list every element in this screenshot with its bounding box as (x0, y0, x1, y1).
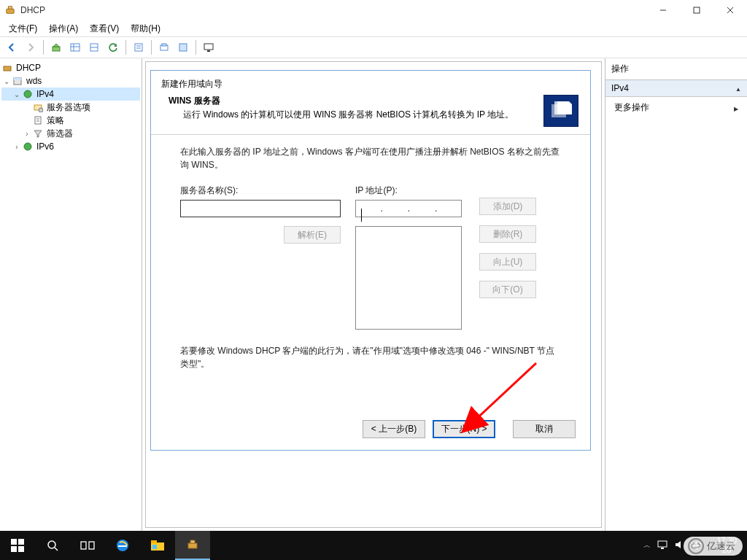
svg-rect-33 (11, 546, 17, 552)
svg-rect-6 (53, 47, 60, 51)
tree-node-ipv6[interactable]: › IPv6 (1, 140, 140, 153)
toolbar-misc1-icon[interactable] (155, 39, 173, 56)
ip-address-input[interactable]: ... (355, 200, 462, 217)
refresh-icon[interactable] (104, 39, 122, 56)
server-name-label: 服务器名称(S): (180, 184, 341, 197)
tree-node-ipv4[interactable]: ⌄ IPv4 (1, 88, 140, 101)
ipv4-icon (22, 88, 34, 100)
start-button[interactable] (0, 531, 35, 560)
wizard-title: 新建作用域向导 (151, 71, 590, 92)
tray-chevron-icon[interactable]: ︿ (643, 540, 651, 551)
menu-help[interactable]: 帮助(H) (125, 21, 166, 36)
menu-action[interactable]: 操作(A) (43, 21, 84, 36)
down-button: 向下(O) (479, 281, 536, 298)
svg-rect-34 (18, 546, 24, 552)
svg-rect-12 (135, 44, 142, 51)
actions-more-label: 更多操作 (614, 101, 649, 114)
svg-rect-41 (151, 540, 157, 543)
tree-label: DHCP (16, 63, 41, 73)
toolbar (0, 36, 747, 58)
network-icon[interactable] (657, 540, 668, 552)
toolbar-view-icon[interactable] (66, 39, 84, 56)
tree-node-policies[interactable]: 策略 (1, 114, 140, 127)
svg-rect-46 (661, 548, 664, 549)
properties-icon[interactable] (130, 39, 147, 56)
svg-rect-19 (207, 50, 210, 52)
remove-button: 删除(R) (479, 225, 536, 243)
tree-label: 服务器选项 (47, 101, 90, 114)
menu-file[interactable]: 文件(F) (3, 21, 43, 36)
svg-rect-37 (81, 542, 86, 549)
menubar: 文件(F) 操作(A) 查看(V) 帮助(H) (0, 20, 747, 36)
ip-list[interactable] (355, 226, 462, 330)
app-title: DHCP (20, 5, 45, 15)
wizard-heading: WINS 服务器 (169, 95, 536, 107)
watermark-text: 亿速云 (707, 540, 735, 553)
toolbar-options-icon[interactable] (85, 39, 103, 56)
up-icon[interactable] (47, 39, 65, 56)
wizard-subheading: 运行 Windows 的计算机可以使用 WINS 服务器将 NetBIOS 计算… (169, 109, 536, 121)
wizard-instruction: 在此输入服务器的 IP 地址之前，Windows 客户端可在使用广播注册并解析 … (180, 145, 561, 171)
tree-label: 筛选器 (47, 128, 73, 140)
dhcp-mmc-window: DHCP 文件(F) 操作(A) 查看(V) 帮助(H) (0, 0, 747, 531)
svg-rect-26 (35, 117, 41, 124)
svg-rect-3 (694, 7, 700, 13)
svg-rect-0 (7, 9, 15, 13)
svg-rect-32 (18, 539, 24, 545)
actions-more[interactable]: 更多操作 (605, 97, 747, 118)
explorer-icon[interactable] (140, 531, 175, 560)
nav-back-icon[interactable] (3, 39, 20, 56)
svg-rect-1 (8, 7, 12, 9)
taskview-icon[interactable] (70, 531, 105, 560)
dhcp-task-icon[interactable] (175, 531, 210, 560)
add-button: 添加(D) (479, 198, 536, 215)
svg-rect-22 (14, 78, 21, 80)
watermark-badge: 亿速云 (684, 537, 743, 556)
tree-label: wds (26, 76, 42, 86)
dhcp-root-icon (1, 62, 13, 74)
nav-forward-icon (22, 39, 39, 56)
svg-point-25 (39, 108, 43, 112)
next-button[interactable]: 下一步(N) > (433, 420, 495, 438)
ie-icon[interactable] (105, 531, 140, 560)
actions-header: 操作 (605, 58, 747, 80)
menu-view[interactable]: 查看(V) (84, 21, 125, 36)
server-options-icon (32, 101, 44, 113)
resolve-button: 解析(E) (284, 226, 341, 244)
dhcp-app-icon (4, 4, 16, 16)
svg-point-23 (24, 90, 31, 98)
chevron-right-icon (734, 103, 738, 113)
svg-point-29 (24, 143, 31, 150)
tree-pane[interactable]: DHCP ⌄ wds ⌄ IPv4 服务器选项 策略 › (0, 58, 142, 531)
tree-node-filters[interactable]: › 筛选器 (1, 127, 140, 140)
svg-line-36 (55, 548, 58, 551)
taskbar[interactable]: ︿ 中 17:30 20 (0, 531, 747, 560)
server-name-input[interactable] (180, 200, 341, 217)
toolbar-misc2-icon[interactable] (174, 39, 192, 56)
tree-node-server[interactable]: ⌄ wds (1, 74, 140, 88)
svg-rect-20 (4, 66, 11, 71)
actions-pane: 操作 IPv4 更多操作 (605, 58, 747, 531)
search-icon[interactable] (35, 531, 70, 560)
svg-rect-18 (204, 44, 213, 50)
svg-rect-31 (11, 539, 17, 545)
cancel-button[interactable]: 取消 (513, 420, 576, 438)
close-button[interactable] (713, 0, 747, 20)
new-scope-wizard-dialog: 新建作用域向导 WINS 服务器 运行 Windows 的计算机可以使用 WIN… (150, 70, 591, 451)
minimize-button[interactable] (646, 0, 680, 20)
wizard-hero-icon (543, 95, 578, 127)
tree-node-dhcp[interactable]: DHCP (1, 61, 140, 74)
up-button: 向上(U) (479, 253, 536, 271)
tree-label: IPv6 (36, 141, 54, 152)
svg-rect-16 (162, 44, 166, 46)
back-button[interactable]: < 上一步(B) (363, 420, 425, 438)
tree-node-server-options[interactable]: 服务器选项 (1, 101, 140, 114)
actions-band[interactable]: IPv4 (605, 80, 747, 97)
toolbar-monitor-icon[interactable] (200, 39, 217, 56)
filters-icon (32, 128, 44, 139)
svg-rect-38 (89, 542, 94, 549)
tree-label: 策略 (47, 114, 64, 127)
maximize-button[interactable] (680, 0, 713, 20)
svg-rect-7 (71, 44, 80, 51)
actions-band-label: IPv4 (611, 83, 629, 93)
